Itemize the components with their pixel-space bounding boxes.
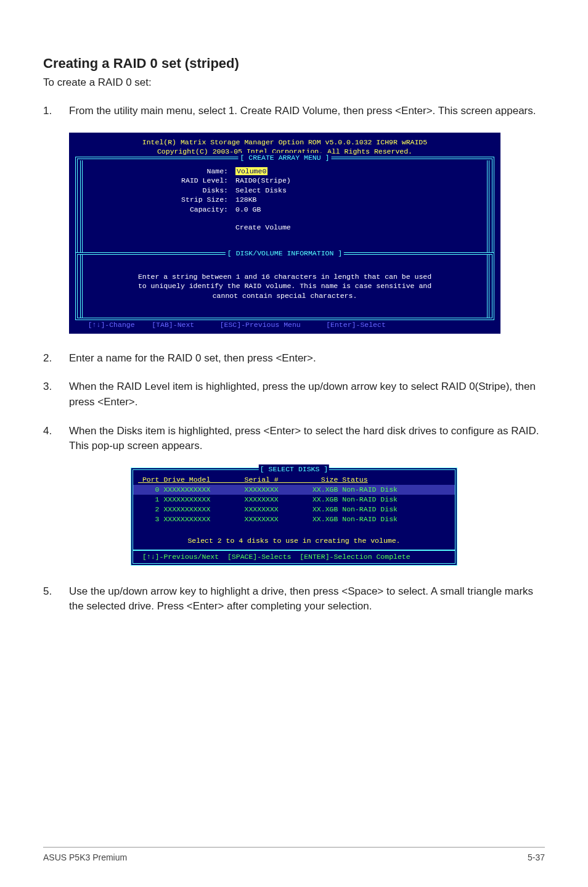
menu-title: [ CREATE ARRAY MENU ] — [239, 153, 332, 163]
info-line-3: cannot contain special characters. — [88, 291, 482, 301]
step-text: From the utility main menu, select 1. Cr… — [69, 104, 545, 119]
step-num: 1. — [43, 104, 69, 119]
disks-value: Select Disks — [235, 186, 287, 196]
create-volume: Create Volume — [235, 223, 291, 233]
page-footer: ASUS P5K3 Premium 5-37 — [43, 847, 545, 862]
step-num: 4. — [43, 424, 69, 454]
step-num: 3. — [43, 379, 69, 410]
name-label: Name: — [88, 167, 235, 176]
disks-label: Disks: — [88, 186, 235, 196]
disk-row-1: 1 XXXXXXXXXXX XXXXXXXX XX.XGB Non-RAID D… — [133, 495, 455, 505]
step-5: 5. Use the up/down arrow key to highligh… — [43, 584, 545, 614]
step-3: 3. When the RAID Level item is highlight… — [43, 379, 545, 410]
console-select-disks: [ SELECT DISKS ] Port Drive Model Serial… — [131, 468, 457, 566]
info-title: [ DISK/VOLUME INFORMATION ] — [226, 249, 344, 258]
strip-value: 128KB — [235, 195, 257, 205]
section-heading: Creating a RAID 0 set (striped) — [43, 56, 545, 72]
rom-title: Intel(R) Matrix Storage Manager Option R… — [75, 138, 494, 147]
console-create-array: Intel(R) Matrix Storage Manager Option R… — [69, 133, 500, 334]
footer-right: 5-37 — [528, 852, 545, 862]
step-text: Enter a name for the RAID 0 set, then pr… — [69, 351, 545, 366]
step-num: 2. — [43, 351, 69, 366]
step-text: When the RAID Level item is highlighted,… — [69, 379, 545, 410]
step-1: 1. From the utility main menu, select 1.… — [43, 104, 545, 119]
raid-value: RAID0(Stripe) — [235, 176, 291, 186]
capacity-value: 0.0 GB — [235, 205, 261, 215]
step-text: When the Disks item is highlighted, pres… — [69, 424, 545, 454]
info-line-1: Enter a string between 1 and 16 characte… — [88, 272, 482, 282]
capacity-label: Capacity: — [88, 205, 235, 215]
info-line-2: to uniquely identify the RAID volume. Th… — [88, 281, 482, 291]
select-kb-hints: [↑↓]-Previous/Next [SPACE]-Selects [ENTE… — [133, 550, 455, 563]
step-2: 2. Enter a name for the RAID 0 set, then… — [43, 351, 545, 366]
footer-left: ASUS P5K3 Premium — [43, 852, 127, 862]
select-help: Select 2 to 4 disks to use in creating t… — [133, 536, 455, 546]
name-value: Volume0 — [235, 167, 267, 175]
disk-table-header: Port Drive Model Serial # Size Status — [133, 475, 455, 485]
disk-row-2: 2 XXXXXXXXXXX XXXXXXXX XX.XGB Non-RAID D… — [133, 505, 455, 514]
step-text: Use the up/down arrow key to highlight a… — [69, 584, 545, 614]
disk-row-3: 3 XXXXXXXXXXX XXXXXXXX XX.XGB Non-RAID D… — [133, 514, 455, 524]
keyboard-hints: [↑↓]-Change [TAB]-Next [ESC]-Previous Me… — [75, 320, 494, 330]
step-num: 5. — [43, 584, 69, 614]
select-disks-title: [ SELECT DISKS ] — [259, 464, 329, 474]
raid-label: RAID Level: — [88, 176, 235, 186]
strip-label: Strip Size: — [88, 195, 235, 205]
lead-text: To create a RAID 0 set: — [43, 76, 545, 89]
step-4: 4. When the Disks item is highlighted, p… — [43, 424, 545, 454]
disk-row-0: 0 XXXXXXXXXXX XXXXXXXX XX.XGB Non-RAID D… — [133, 485, 455, 495]
